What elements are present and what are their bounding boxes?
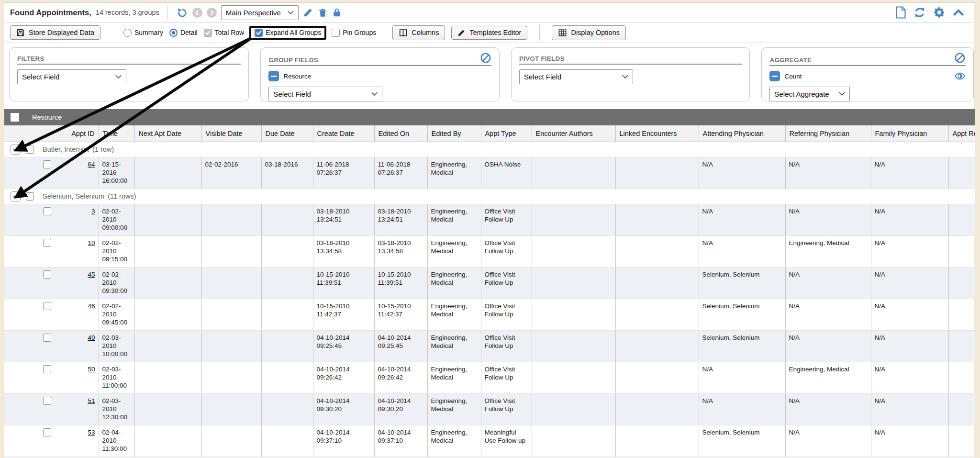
row-spacer-cell — [4, 267, 40, 299]
templates-editor-label: Templates Editor — [469, 29, 521, 36]
edit-perspective-button[interactable] — [303, 7, 313, 18]
appt-id-link[interactable]: 46 — [88, 302, 95, 310]
templates-editor-button[interactable]: Templates Editor — [451, 26, 527, 40]
group-field-select[interactable]: Select Field — [268, 87, 382, 101]
cell-visible-date — [201, 204, 261, 235]
cell-linked-encounters — [615, 235, 699, 267]
next-button[interactable] — [207, 8, 217, 18]
cell-linked-encounters — [615, 425, 699, 457]
column-header-appt-id[interactable]: Appt ID — [40, 125, 99, 142]
group-field-name: Resource — [283, 73, 311, 80]
appt-id-cell: 46 — [40, 299, 99, 330]
chevron-right-icon — [209, 10, 214, 15]
detail-radio[interactable]: Detail — [169, 29, 198, 37]
group-row: Selenium, Selenium (11 rows) — [4, 189, 975, 204]
gear-icon — [933, 6, 946, 19]
remove-field-icon[interactable] — [769, 71, 780, 81]
appt-id-link[interactable]: 50 — [88, 365, 95, 373]
clear-aggregate-icon[interactable] — [954, 52, 966, 64]
row-checkbox[interactable] — [43, 160, 51, 168]
cell-attending-physician: Selenium, Selenium — [699, 425, 785, 457]
row-checkbox[interactable] — [43, 302, 51, 310]
column-header-appt-type[interactable]: Appt Type — [481, 125, 532, 142]
collapse-panel-button[interactable] — [953, 8, 964, 17]
row-checkbox[interactable] — [43, 365, 51, 373]
new-document-button[interactable] — [895, 6, 906, 19]
column-header-due-date[interactable]: Due Date — [261, 125, 313, 142]
column-header-edited-on[interactable]: Edited On — [374, 125, 427, 142]
cell-create-date: 10-15-2010 11:42:37 — [313, 299, 374, 330]
perspective-select-value: Main Perspective — [226, 9, 281, 17]
appt-id-link[interactable]: 45 — [88, 270, 95, 279]
detail-label: Detail — [180, 29, 198, 36]
expand-all-groups-checkbox[interactable]: Expand All Groups — [255, 29, 321, 37]
row-checkbox[interactable] — [43, 207, 51, 215]
cell-linked-encounters — [615, 267, 699, 299]
table-row: 4602-02-2010 09:45:0010-15-2010 11:42:37… — [4, 299, 975, 330]
field-panels: FILTERS Select Field GROUP FIELDS Resour… — [4, 43, 974, 101]
row-checkbox[interactable] — [43, 397, 51, 405]
cell-family-physician: N/A — [871, 393, 948, 425]
column-header-appt-re[interactable]: Appt Re — [948, 125, 975, 142]
app-frame: Found Appointments, 14 records, 3 groups… — [0, 0, 980, 458]
row-checkbox[interactable] — [43, 270, 51, 279]
cell-referring-physician: N/A — [785, 299, 871, 330]
column-header-attending-physician[interactable]: Attending Physician — [699, 125, 785, 142]
cell-referring-physician: N/A — [785, 204, 871, 235]
table-row: 5102-03-2010 12:30:0004-10-2014 09:30:20… — [4, 393, 975, 425]
appt-id-link[interactable]: 3 — [91, 207, 95, 215]
row-checkbox[interactable] — [43, 334, 51, 342]
clear-group-fields-icon[interactable] — [480, 52, 491, 64]
appt-id-link[interactable]: 49 — [88, 334, 95, 342]
columns-icon — [399, 28, 408, 37]
delete-perspective-button[interactable] — [318, 7, 328, 18]
cell-linked-encounters — [615, 393, 699, 425]
remove-field-icon[interactable] — [268, 71, 279, 81]
lock-perspective-button[interactable] — [332, 7, 342, 18]
appt-id-link[interactable]: 53 — [88, 428, 95, 436]
column-header-visible-date[interactable]: Visible Date — [201, 125, 261, 142]
pin-groups-checkbox[interactable]: Pin Groups — [332, 29, 376, 37]
cell-attending-physician: Selenium, Selenium — [699, 330, 785, 362]
radio-selected-icon — [169, 29, 178, 37]
refresh-button[interactable] — [913, 6, 926, 19]
column-header-encounter-authors[interactable]: Encounter Authors — [532, 125, 615, 142]
columns-button[interactable]: Columns — [392, 25, 445, 40]
appt-id-link[interactable]: 10 — [88, 239, 95, 247]
pivot-field-select[interactable]: Select Field — [519, 69, 633, 84]
column-header-edited-by[interactable]: Edited By — [427, 125, 481, 142]
store-displayed-data-button[interactable]: Store Displayed Data — [10, 25, 100, 40]
undo-button[interactable] — [176, 7, 188, 19]
group-checkbox[interactable] — [26, 192, 34, 201]
summary-radio[interactable]: Summary — [123, 29, 163, 37]
column-header-create-date[interactable]: Create Date — [313, 125, 374, 142]
cell-appt-re — [948, 235, 975, 267]
row-checkbox[interactable] — [43, 239, 51, 247]
group-collapse-toggle[interactable] — [11, 145, 21, 155]
group-checkbox[interactable] — [26, 145, 34, 154]
column-header-linked-encounters[interactable]: Linked Encounters — [615, 125, 699, 142]
appt-id-link[interactable]: 64 — [88, 160, 95, 168]
perspective-select[interactable]: Main Perspective — [221, 5, 299, 20]
cell-next-apt-date — [134, 204, 201, 235]
column-header-referring-physician[interactable]: Referring Physician — [785, 125, 871, 142]
cell-appt-type: Office Visit Follow Up — [481, 204, 532, 235]
display-options-button[interactable]: Display Options — [552, 25, 626, 40]
total-row-checkbox[interactable]: Total Row — [204, 29, 244, 37]
column-header-time[interactable]: Time — [99, 125, 134, 142]
aggregate-field-name: Count — [784, 73, 802, 80]
cell-edited-by: Engineering, Medical — [427, 362, 481, 393]
appt-id-cell: 45 — [40, 267, 99, 299]
select-all-checkbox[interactable] — [11, 113, 19, 122]
aggregate-select[interactable]: Select Aggregate — [769, 87, 850, 101]
row-checkbox[interactable] — [43, 428, 51, 436]
visibility-eye-icon[interactable] — [954, 71, 966, 81]
group-collapse-toggle[interactable] — [11, 191, 21, 201]
settings-button[interactable] — [933, 6, 946, 19]
filters-field-select[interactable]: Select Field — [17, 69, 126, 84]
prev-button[interactable] — [192, 8, 202, 18]
column-header-next-apt-date[interactable]: Next Apt Date — [134, 125, 201, 142]
cell-family-physician: N/A — [871, 330, 948, 362]
appt-id-link[interactable]: 51 — [88, 397, 95, 405]
column-header-family-physician[interactable]: Family Physician — [871, 125, 948, 142]
